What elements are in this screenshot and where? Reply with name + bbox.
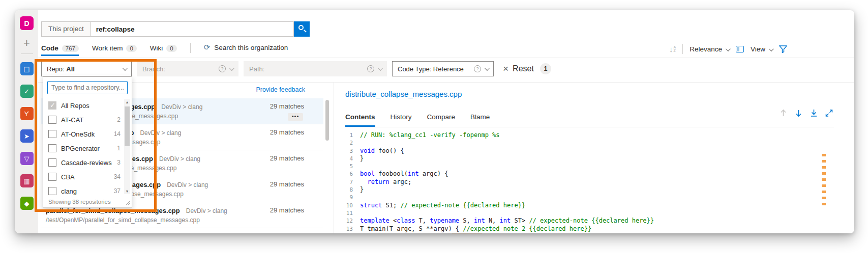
repo-option[interactable]: AT-OneSdk14: [43, 127, 124, 141]
dropdown-scrollbar[interactable]: ▲ ▼: [124, 99, 130, 194]
line-number: 3: [340, 147, 353, 155]
active-filter-count-badge: 1: [540, 63, 551, 74]
view-layout-icon[interactable]: [736, 46, 744, 52]
code-line: 6bool foobool(int argc) {: [340, 170, 834, 178]
code-token: <: [390, 217, 397, 224]
match-marker: [822, 154, 826, 156]
line-number: 7: [340, 178, 353, 186]
file-tab-blame[interactable]: Blame: [470, 113, 490, 127]
results-toolbar: ↓AZ Relevance View: [669, 44, 787, 54]
project-avatar[interactable]: D: [20, 16, 34, 30]
file-tab-history[interactable]: History: [391, 113, 412, 127]
search-hit-highlight: collapse: [452, 233, 483, 233]
checkbox-icon[interactable]: [48, 187, 56, 195]
tab-work-item[interactable]: Work item0: [92, 44, 137, 56]
view-dropdown[interactable]: View: [751, 45, 772, 53]
result-match-count: 29 matches: [270, 128, 304, 136]
scroll-down-icon[interactable]: ▼: [124, 190, 130, 193]
repo-option-label: CBA: [61, 173, 114, 181]
result-repo-path: DevDiv > clang: [167, 181, 208, 188]
code-line: 12template <class T, typename S, int N, …: [340, 217, 834, 225]
next-match-icon[interactable]: [795, 109, 802, 117]
reset-filters-button[interactable]: × Reset 1: [503, 63, 551, 74]
help-icon: ?: [367, 65, 374, 72]
checkbox-icon[interactable]: [48, 130, 56, 138]
code-token: //expected-note 2 {{declared here}}: [463, 225, 591, 232]
tab-wiki[interactable]: Wiki0: [150, 44, 177, 56]
file-tab-compare[interactable]: Compare: [427, 113, 456, 127]
boards-icon[interactable]: ✓: [20, 85, 34, 98]
repo-option[interactable]: CBA34: [43, 170, 124, 184]
repo-filter[interactable]: Repo: All: [41, 61, 132, 76]
tab-label: Work item: [92, 44, 123, 52]
file-title-link[interactable]: distribute_collapse_messages.cpp: [345, 90, 462, 98]
match-markers: [822, 154, 826, 205]
file-tab-contents[interactable]: Contents: [345, 113, 375, 127]
checkbox-icon[interactable]: [48, 173, 56, 181]
search-button[interactable]: [294, 21, 310, 37]
code-token: argc;: [390, 178, 411, 185]
repo-search-input[interactable]: [47, 81, 128, 94]
help-icon: ?: [474, 65, 481, 72]
search-scope-label[interactable]: This project: [41, 21, 91, 37]
match-marker: [822, 191, 826, 193]
code-token: bool: [360, 170, 375, 177]
tab-code[interactable]: Code767: [41, 44, 79, 56]
repo-option[interactable]: BPGenerator1: [43, 141, 124, 155]
repos-icon[interactable]: Ƴ: [20, 107, 34, 120]
repo-option[interactable]: All Repos: [43, 98, 124, 113]
search-organization-link[interactable]: ⟳ Search this organization: [204, 43, 288, 56]
add-icon[interactable]: +: [23, 38, 30, 48]
overview-icon[interactable]: ▤: [20, 62, 34, 75]
repo-option-label: BPGenerator: [61, 145, 117, 152]
provide-feedback-link[interactable]: Provide feedback: [256, 86, 305, 93]
file-tabs: ContentsHistoryCompareBlame: [345, 106, 834, 127]
more-options-button[interactable]: •••: [288, 113, 303, 121]
repo-option[interactable]: clang37: [43, 184, 124, 198]
result-match-count: 29 matches: [270, 206, 304, 214]
repo-match-count: 1: [117, 145, 121, 152]
code-line: 2: [340, 139, 834, 147]
resize-grip-icon[interactable]: [126, 201, 130, 205]
filter-pane-icon[interactable]: [779, 45, 787, 53]
checkbox-icon[interactable]: [48, 101, 56, 110]
tab-count-badge: 0: [166, 45, 176, 52]
security-icon[interactable]: ◆: [20, 197, 34, 210]
code-token: int: [408, 170, 419, 177]
code-line: 1// RUN: %clang_cc1 -verify -fopenmp %s: [340, 131, 834, 139]
line-number: 11: [340, 209, 353, 217]
search-input[interactable]: [91, 21, 294, 37]
toolbar-divider: [682, 44, 683, 54]
checkbox-icon[interactable]: [48, 144, 56, 152]
branch-filter[interactable]: Branch: ?: [137, 61, 238, 76]
expand-fullscreen-icon[interactable]: [825, 109, 833, 117]
pipelines-icon[interactable]: ➤: [20, 129, 34, 143]
scroll-up-icon[interactable]: ▲: [124, 100, 130, 104]
previous-match-icon[interactable]: [780, 109, 787, 117]
chevron-down-icon: [229, 66, 234, 71]
result-repo-path: DevDiv > clang: [161, 103, 202, 111]
checkbox-icon[interactable]: [48, 116, 56, 124]
artifacts-icon[interactable]: ▦: [20, 174, 34, 187]
result-filename[interactable]: parallel_for_simd_collapse_messages.cpp: [46, 207, 180, 214]
results-scrollbar[interactable]: [325, 100, 329, 141]
code-type-filter[interactable]: Code Type: Reference ?: [392, 61, 494, 76]
test-plans-icon[interactable]: ▽: [20, 152, 34, 165]
path-filter[interactable]: Path: ?: [244, 61, 387, 76]
scrollbar-thumb[interactable]: [125, 106, 130, 146]
download-icon[interactable]: [810, 109, 818, 117]
line-number: 4: [340, 155, 353, 163]
code-token: void: [360, 147, 375, 154]
code-line: 7 return argc;: [340, 178, 834, 186]
repo-option[interactable]: Cascade-reviews3: [43, 155, 124, 170]
result-repo-path: DevDiv > clang: [186, 207, 227, 214]
sort-by-dropdown[interactable]: Relevance: [690, 45, 729, 53]
code-token: foobool(: [375, 170, 408, 177]
checkbox-icon[interactable]: [48, 158, 56, 167]
result-repo-path: DevDiv > clang: [140, 129, 181, 137]
sort-order-icon[interactable]: ↓AZ: [669, 45, 676, 53]
chevron-down-icon: [378, 66, 383, 71]
code-token: T tmain(T argc, S **argv) {: [360, 225, 463, 232]
code-viewer: 1// RUN: %clang_cc1 -verify -fopenmp %s2…: [340, 131, 834, 233]
repo-option[interactable]: AT-CAT2: [43, 113, 124, 127]
